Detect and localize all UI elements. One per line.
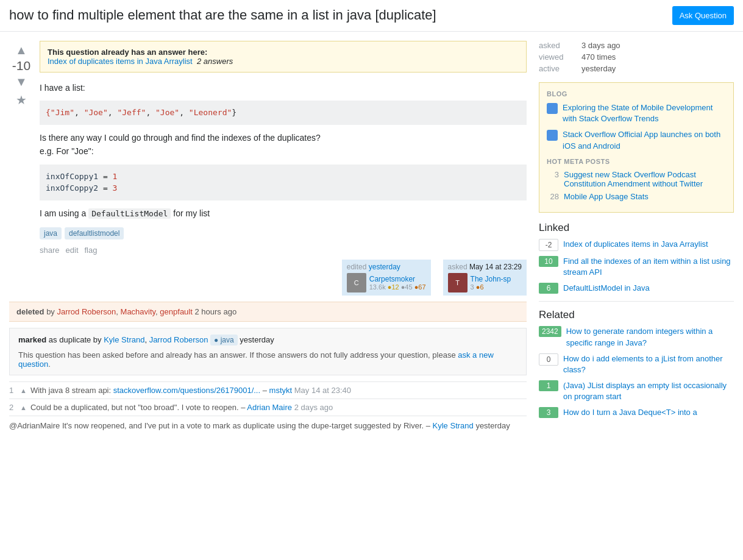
dup-mark-box: marked as duplicate by Kyle Strand, Jarr…: [9, 328, 527, 375]
sidebar-meta: asked 3 days ago viewed 470 times active…: [539, 41, 734, 73]
main-layout: ▲ -10 ▼ ★ This question already has an a…: [0, 32, 743, 444]
comment-2-num: 2: [9, 403, 16, 412]
linked-title-3: DefaultListModel in Java: [563, 283, 650, 294]
body-para-1: I have a list:: [40, 81, 527, 94]
edit-link[interactable]: edit: [66, 246, 79, 255]
asked-action: asked: [448, 263, 467, 271]
related-title-1: How to generate random integers within a…: [566, 326, 734, 348]
comment-1-num: 1: [9, 386, 16, 395]
dup-notice-answers: 2 answers: [197, 57, 233, 66]
asker-name-link[interactable]: The John-sp: [471, 275, 511, 283]
page-header: how to find multiple element that are th…: [0, 0, 743, 32]
related-section: Related 2342 How to generate random inte…: [539, 309, 734, 418]
dup-mark-user-1[interactable]: Kyle Strand: [104, 335, 144, 344]
sidebar: asked 3 days ago viewed 470 times active…: [539, 41, 734, 435]
editor-card: edited yesterday C Carpetsmoker 13.6k ●1…: [342, 260, 431, 296]
favorite-button[interactable]: ★: [16, 93, 27, 107]
deleted-when: 2 hours ago: [194, 307, 236, 316]
comment-1-author[interactable]: mstykt: [269, 386, 293, 395]
linked-section: Linked -2 Index of duplicates items in J…: [539, 222, 734, 294]
editor-avatar-img: C: [347, 273, 366, 292]
ask-question-button[interactable]: Ask Question: [672, 6, 734, 25]
asker-card: asked May 14 at 23:29 T The John-sp 3 ●6: [443, 260, 527, 296]
meta-asked-val: 3 days ago: [581, 41, 620, 50]
vote-cell: ▲ -10 ▼ ★: [9, 41, 34, 296]
meta-viewed-label: viewed: [539, 52, 572, 62]
question-content: This question already has an answer here…: [40, 41, 527, 296]
dup-notice-link[interactable]: Index of duplicates items in Java Arrayl…: [48, 57, 193, 66]
related-score-4: 3: [539, 407, 558, 418]
meta-viewed: viewed 470 times: [539, 52, 734, 62]
deleted-notice: deleted by Jarrod Roberson, Machavity, g…: [9, 302, 527, 322]
vote-count: -10: [12, 58, 30, 73]
asker-avatar: T: [448, 273, 467, 292]
meta-active-val[interactable]: yesterday: [581, 64, 616, 73]
hot-meta-link-1: Suggest new Stack Overflow Podcast Const…: [564, 170, 726, 188]
linked-score-2: 10: [539, 256, 558, 267]
comment-1-vote[interactable]: ▲: [20, 386, 27, 395]
tag-defaultlistmodel[interactable]: defaultlistmodel: [65, 227, 124, 239]
body-para-3: e.g. For "Joe":: [40, 144, 527, 158]
hot-meta-title: HOT META POSTS: [547, 158, 726, 165]
comment-2-vote[interactable]: ▲: [20, 403, 27, 412]
related-item-3: 1 (Java) JList displays an empty list oc…: [539, 380, 734, 402]
edited-when[interactable]: yesterday: [369, 263, 400, 271]
dup-notice-text: This question has been asked before and …: [18, 350, 517, 369]
asker-rep: 3 ●6: [471, 283, 511, 291]
editor-avatar: C: [347, 273, 366, 292]
body-para-4: I am using a DefaultListModel for my lis…: [40, 207, 527, 221]
flag-link[interactable]: flag: [85, 246, 98, 255]
deleted-user-2[interactable]: Machavity: [121, 307, 156, 316]
meta-asked: asked 3 days ago: [539, 41, 734, 50]
blog-link-1[interactable]: Exploring the State of Mobile Developmen…: [563, 102, 726, 124]
related-title-3: (Java) JList displays an empty list occa…: [563, 380, 734, 402]
comment-2-text: Could be a duplicated, but not "too broa…: [30, 403, 527, 412]
related-title-4: How do I turn a Java Deque<T> into a: [563, 407, 697, 418]
linked-title-2: Find all the indexes of an item within a…: [563, 256, 734, 278]
separator-1: [539, 301, 734, 302]
dup-mark-user-2[interactable]: Jarrod Roberson: [149, 335, 208, 344]
long-comment: @AdrianMaire It's now reopened, and I've…: [9, 416, 527, 435]
blog-title: BLOG: [547, 90, 726, 97]
related-score-1: 2342: [539, 326, 561, 337]
related-title-2: How do i add elements to a jList from an…: [563, 353, 734, 375]
blog-link-2[interactable]: Stack Overflow Official App launches on …: [563, 129, 726, 151]
page-title: how to find multiple element that are th…: [9, 7, 663, 24]
related-score-3: 1: [539, 380, 558, 391]
related-item-1: 2342 How to generate random integers wit…: [539, 326, 734, 348]
comment-1-link[interactable]: stackoverflow.com/questions/26179001/...: [113, 386, 260, 395]
vote-down-button[interactable]: ▼: [15, 76, 27, 88]
comment-2: 2 ▲ Could be a duplicated, but not "too …: [9, 399, 527, 416]
inline-code: DefaultListModel: [88, 208, 171, 219]
linked-item-1: -2 Index of duplicates items in Java Arr…: [539, 239, 734, 251]
tag-java[interactable]: java: [40, 227, 62, 239]
comment-1-text: With java 8 stream api: stackoverflow.co…: [30, 386, 527, 395]
related-score-2: 0: [539, 353, 558, 366]
editor-row: edited yesterday C Carpetsmoker 13.6k ●1…: [40, 260, 527, 296]
editor-name-link[interactable]: Carpetsmoker: [369, 275, 415, 283]
linked-item-3: 6 DefaultListModel in Java: [539, 283, 734, 294]
linked-item-2: 10 Find all the indexes of an item withi…: [539, 256, 734, 278]
share-link[interactable]: share: [40, 246, 60, 255]
vote-up-button[interactable]: ▲: [15, 44, 27, 56]
tags-row: java defaultlistmodel: [40, 227, 527, 239]
blog-item-1: Exploring the State of Mobile Developmen…: [547, 102, 726, 124]
hot-meta-link-2: Mobile App Usage Stats: [564, 192, 649, 201]
related-item-4: 3 How do I turn a Java Deque<T> into a: [539, 407, 734, 418]
dup-tag: ● java: [210, 335, 238, 346]
deleted-user-3[interactable]: genpfault: [160, 307, 193, 316]
dup-mark-line: marked as duplicate by Kyle Strand, Jarr…: [18, 335, 517, 346]
editor-rep: 13.6k ●12 ●45 ●67: [369, 283, 426, 291]
deleted-user-1[interactable]: Jarrod Roberson: [57, 307, 116, 316]
comment-2-author[interactable]: Adrian Maire: [247, 403, 292, 412]
comment-1: 1 ▲ With java 8 stream api: stackoverflo…: [9, 381, 527, 399]
long-comment-author[interactable]: Kyle Strand: [433, 421, 474, 430]
edited-action: edited: [347, 263, 367, 271]
question-area: ▲ -10 ▼ ★ This question already has an a…: [9, 41, 527, 435]
linked-title: Linked: [539, 222, 734, 234]
question-vote-row: ▲ -10 ▼ ★ This question already has an a…: [9, 41, 527, 296]
meta-viewed-val: 470 times: [581, 52, 616, 62]
blog-icon-1: [547, 103, 558, 114]
dup-mark-when: yesterday: [240, 335, 274, 344]
blog-box: BLOG Exploring the State of Mobile Devel…: [539, 82, 734, 213]
